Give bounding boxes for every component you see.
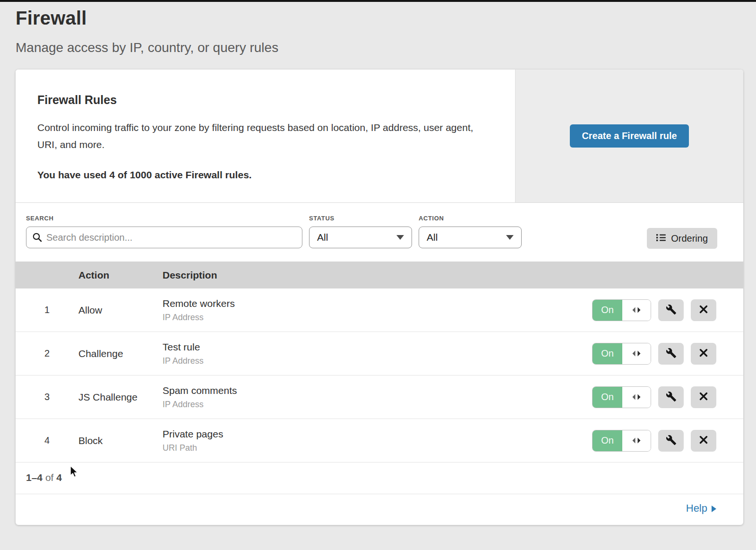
rule-priority: 4 (16, 435, 78, 446)
search-filter-group: SEARCH (26, 215, 302, 248)
table-header-row: Action Description (16, 262, 743, 288)
page-title: Firewall (16, 8, 740, 29)
create-firewall-rule-button[interactable]: Create a Firewall rule (570, 124, 688, 148)
rule-field: IP Address (163, 400, 583, 410)
rule-priority: 2 (16, 348, 78, 359)
overview-section: Firewall Rules Control incoming traffic … (16, 70, 743, 203)
search-icon (32, 232, 43, 244)
wrench-icon (666, 391, 677, 403)
rule-action: Block (78, 435, 163, 446)
rule-priority: 3 (16, 392, 78, 402)
rule-enabled-toggle[interactable]: On (592, 386, 651, 408)
action-caret-icon (506, 235, 514, 240)
delete-rule-button[interactable] (691, 430, 716, 452)
close-icon (699, 305, 708, 315)
help-link-label: Help (686, 502, 707, 515)
action-selected-value: All (427, 232, 438, 243)
edit-rule-button[interactable] (658, 343, 684, 365)
rule-description: Remote workers (163, 298, 583, 309)
toggle-on-label: On (593, 300, 622, 321)
toggle-arrows-icon (622, 300, 651, 321)
table-row: 1 Allow Remote workers IP Address On (16, 288, 743, 332)
firewall-rules-card: Firewall Rules Control incoming traffic … (16, 70, 743, 525)
rule-priority: 1 (16, 305, 78, 315)
search-input[interactable] (26, 227, 302, 248)
table-row: 2 Challenge Test rule IP Address On (16, 332, 743, 375)
status-selected-value: All (317, 232, 328, 243)
filters-bar: SEARCH STATUS All ACTION All (16, 203, 743, 262)
wrench-icon (666, 304, 677, 316)
rule-description-cell: Test rule IP Address (163, 341, 583, 366)
close-icon (699, 348, 708, 359)
page-header: Firewall Manage access by IP, country, o… (0, 2, 756, 55)
overview-text-panel: Firewall Rules Control incoming traffic … (16, 70, 515, 202)
status-filter-group: STATUS All (309, 215, 412, 248)
toggle-arrows-icon (622, 430, 651, 451)
edit-rule-button[interactable] (658, 386, 684, 408)
rule-description: Private pages (163, 428, 583, 440)
toggle-on-label: On (593, 430, 622, 451)
rule-description-cell: Remote workers IP Address (163, 298, 583, 323)
help-link[interactable]: Help (16, 494, 743, 525)
rule-field: IP Address (163, 356, 583, 366)
action-label: ACTION (419, 215, 522, 222)
toggle-on-label: On (593, 387, 622, 408)
rule-controls: On (583, 343, 743, 365)
overview-description: Control incoming traffic to your zone by… (37, 119, 486, 153)
rule-field: URI Path (163, 443, 583, 453)
pagination-text: 1–4 of 4 (26, 472, 62, 483)
status-select[interactable]: All (309, 227, 412, 248)
delete-rule-button[interactable] (691, 299, 716, 321)
close-icon (699, 435, 708, 446)
rule-enabled-toggle[interactable]: On (592, 299, 651, 321)
rule-action: JS Challenge (78, 392, 163, 403)
description-column-header: Description (163, 270, 583, 281)
rule-controls: On (583, 299, 743, 321)
edit-rule-button[interactable] (658, 299, 684, 321)
status-caret-icon (396, 235, 404, 240)
rule-controls: On (583, 386, 743, 408)
close-icon (699, 392, 708, 402)
delete-rule-button[interactable] (691, 343, 716, 365)
rule-controls: On (583, 430, 743, 452)
toggle-arrows-icon (622, 387, 651, 408)
table-row: 3 JS Challenge Spam comments IP Address … (16, 375, 743, 419)
edit-rule-button[interactable] (658, 430, 684, 452)
ordering-button-label: Ordering (671, 233, 708, 244)
ordering-list-icon (656, 233, 666, 244)
rule-field: IP Address (163, 313, 583, 323)
wrench-icon (666, 348, 677, 360)
rule-description: Test rule (163, 341, 583, 353)
ordering-button[interactable]: Ordering (647, 228, 717, 249)
table-row: 4 Block Private pages URI Path On (16, 419, 743, 463)
wrench-icon (666, 435, 677, 447)
action-column-header: Action (78, 270, 163, 281)
rules-table: Action Description 1 Allow Remote worker… (16, 262, 743, 463)
rule-action: Challenge (78, 348, 163, 359)
rule-enabled-toggle[interactable]: On (592, 430, 651, 452)
rule-description-cell: Private pages URI Path (163, 428, 583, 453)
pagination-of: of (45, 472, 54, 483)
status-label: STATUS (309, 215, 412, 222)
search-input-wrapper (26, 227, 302, 248)
help-arrow-icon (712, 506, 716, 512)
rule-enabled-toggle[interactable]: On (592, 343, 651, 365)
delete-rule-button[interactable] (691, 386, 716, 408)
search-label: SEARCH (26, 215, 302, 222)
pagination-total: 4 (56, 472, 62, 483)
toggle-on-label: On (593, 343, 622, 364)
rule-action: Allow (78, 305, 163, 316)
pagination-range: 1–4 (26, 472, 43, 483)
page-subtitle: Manage access by IP, country, or query r… (16, 40, 740, 55)
overview-action-panel: Create a Firewall rule (515, 70, 743, 202)
rules-usage-text: You have used 4 of 1000 active Firewall … (37, 169, 493, 181)
toggle-arrows-icon (622, 343, 651, 364)
rule-description-cell: Spam comments IP Address (163, 385, 583, 410)
action-select[interactable]: All (419, 227, 522, 248)
action-filter-group: ACTION All (419, 215, 522, 248)
pagination-bar: 1–4 of 4 (16, 463, 743, 494)
rule-description: Spam comments (163, 385, 583, 396)
overview-heading: Firewall Rules (37, 93, 493, 107)
